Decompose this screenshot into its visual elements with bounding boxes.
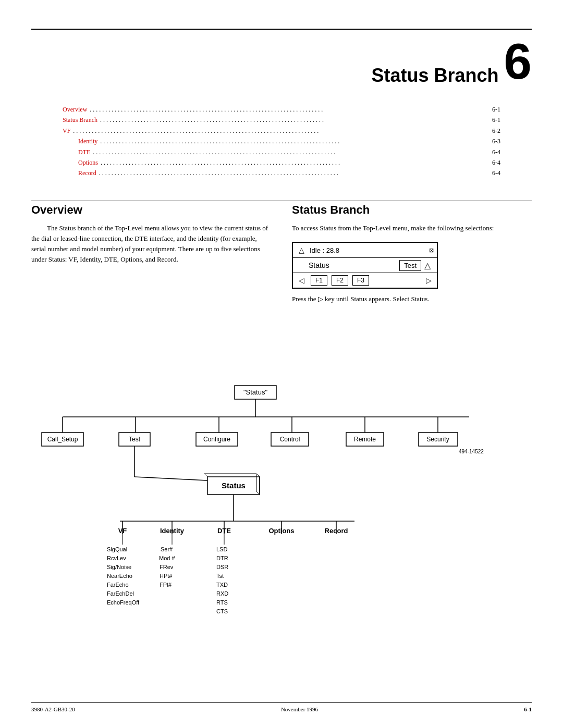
device-right-arrow: △: [421, 259, 434, 272]
content-rule: [31, 201, 532, 201]
node-control: Control: [280, 436, 300, 443]
tree-svg: "Status": [31, 380, 532, 657]
figure-number: 494-14522: [459, 449, 484, 454]
two-column-layout: Overview The Status branch of the Top-Le…: [31, 203, 532, 304]
node-configure: Configure: [203, 436, 230, 443]
id-child-mod: Mod #: [159, 555, 175, 561]
status-branch-section: Status Branch To access Status from the …: [292, 203, 532, 304]
label-identity: Identity: [160, 527, 185, 535]
svg-line-17: [256, 474, 260, 477]
toc-row-overview: Overview . . . . . . . . . . . . . . . .…: [63, 104, 500, 115]
node-security: Security: [426, 436, 449, 443]
tree-svg-container: "Status": [31, 380, 532, 657]
toc-link-options[interactable]: Options: [78, 157, 98, 168]
toc-row-record: Record . . . . . . . . . . . . . . . . .…: [63, 168, 500, 178]
toc-link-dte[interactable]: DTE: [78, 147, 90, 157]
vf-child-echofreqoff: EchoFreqOff: [107, 599, 140, 606]
svg-line-23: [134, 477, 207, 480]
toc-link-identity[interactable]: Identity: [78, 136, 97, 146]
dte-child-dtr: DTR: [216, 555, 228, 561]
page: Status Branch 6 Overview . . . . . . . .…: [0, 0, 563, 728]
device-f1-button: F1: [311, 275, 327, 286]
top-rule: [31, 29, 532, 30]
footer-page: 6-1: [524, 706, 532, 712]
overview-heading: Overview: [31, 203, 271, 217]
chapter-title-area: Status Branch 6: [372, 36, 532, 87]
toc-row-dte: DTE . . . . . . . . . . . . . . . . . . …: [63, 147, 500, 157]
node-call-setup: Call_Setup: [47, 436, 78, 443]
dte-child-rxd: RXD: [216, 590, 228, 597]
id-child-hpt: HPt#: [160, 573, 173, 579]
overview-body: The Status branch of the Top-Level menu …: [31, 223, 271, 265]
toc-link-overview[interactable]: Overview: [63, 104, 87, 115]
device-left-arrow: ◁: [296, 275, 307, 286]
content-area: Overview The Status branch of the Top-Le…: [31, 203, 532, 304]
device-top-row: △ Idle : 28.8 ⊠: [293, 243, 437, 258]
status-branch-heading: Status Branch: [292, 203, 532, 217]
overview-section: Overview The Status branch of the Top-Le…: [31, 203, 271, 304]
dte-child-dsr: DSR: [216, 564, 228, 570]
up-arrow-icon: △: [296, 245, 307, 255]
device-bottom-row: ◁ F1 F2 F3 ▷: [293, 273, 437, 288]
device-middle-row: Status Test △: [293, 258, 437, 273]
root-label: "Status": [243, 388, 267, 396]
eq-icon: ⊠: [429, 247, 434, 254]
label-vf: VF: [118, 527, 127, 535]
id-child-frev: FRev: [160, 564, 174, 570]
toc-link-vf[interactable]: VF: [63, 126, 70, 136]
chapter-title: Status Branch: [372, 65, 499, 87]
idle-text: Idle : 28.8: [310, 246, 426, 254]
id-child-fpt: FPt#: [160, 582, 172, 588]
toc-link-status-branch[interactable]: Status Branch: [63, 115, 97, 125]
toc-row-identity: Identity . . . . . . . . . . . . . . . .…: [63, 136, 500, 146]
vf-child-sigqual: SigQual: [107, 546, 127, 552]
footer: 3980-A2-GB30-20 November 1996 6-1: [31, 702, 532, 712]
dte-child-rts: RTS: [216, 599, 228, 606]
footer-date: November 1996: [281, 706, 318, 712]
label-record: Record: [325, 527, 348, 535]
id-child-ser: Ser#: [161, 546, 173, 552]
toc-row-status-branch: Status Branch . . . . . . . . . . . . . …: [63, 115, 500, 125]
chapter-number: 6: [504, 36, 532, 87]
device-f3-button: F3: [352, 275, 369, 286]
node-remote: Remote: [354, 436, 376, 443]
vf-child-nearecho: NearEcho: [107, 573, 132, 579]
dte-child-txd: TXD: [216, 582, 228, 588]
status-node-label: Status: [222, 481, 246, 490]
dte-child-cts: CTS: [216, 608, 228, 614]
tree-diagram: "Status": [31, 380, 532, 657]
device-display: △ Idle : 28.8 ⊠ Status Test △ ◁ F1 F2: [292, 242, 438, 289]
vf-child-signoise: Sig/Noise: [107, 564, 131, 570]
device-test-button: Test: [399, 260, 421, 271]
toc-area: Overview . . . . . . . . . . . . . . . .…: [63, 104, 500, 179]
toc-row-options: Options . . . . . . . . . . . . . . . . …: [63, 157, 500, 168]
label-options: Options: [268, 527, 294, 535]
device-status-text: Status: [309, 260, 399, 270]
vf-child-farechdel: FarEchDel: [107, 590, 134, 597]
dte-child-lsd: LSD: [216, 546, 227, 552]
toc-link-record[interactable]: Record: [78, 168, 96, 178]
label-dte: DTE: [217, 527, 231, 535]
vf-child-farecho: FarEcho: [107, 582, 129, 588]
footer-doc-number: 3980-A2-GB30-20: [31, 706, 75, 712]
node-test: Test: [129, 436, 141, 443]
dte-child-tst: Tst: [216, 573, 224, 579]
device-far-right-arrow: ▷: [423, 275, 434, 286]
device-f2-button: F2: [332, 275, 348, 286]
toc-row-vf: VF . . . . . . . . . . . . . . . . . . .…: [63, 126, 500, 136]
svg-line-16: [204, 474, 207, 477]
press-key-text: Press the ▷ key until Status appears. Se…: [292, 294, 532, 304]
vf-child-rcvlev: RcvLev: [107, 555, 126, 561]
status-branch-intro: To access Status from the Top-Level menu…: [292, 223, 532, 233]
